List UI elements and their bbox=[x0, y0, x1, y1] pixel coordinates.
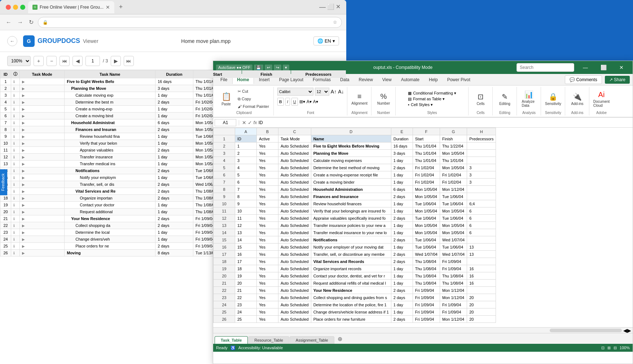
col-header-g[interactable]: G bbox=[440, 128, 467, 135]
cell-d[interactable]: Organize important records bbox=[311, 265, 391, 272]
cell-d[interactable]: Name bbox=[311, 135, 391, 142]
cell-h[interactable]: 20 bbox=[467, 308, 496, 316]
cell-e[interactable]: 2 days bbox=[391, 294, 413, 301]
cut-btn[interactable]: ✂ Cut bbox=[236, 88, 271, 95]
cell-b[interactable]: Yes bbox=[257, 179, 278, 186]
cell-a[interactable]: 15 bbox=[235, 244, 257, 251]
browser-close-btn[interactable] bbox=[6, 5, 11, 10]
cell-d[interactable]: Planning the Move bbox=[311, 150, 391, 157]
sheet-tab-task-table[interactable]: Task_Table bbox=[215, 336, 248, 344]
cell-a[interactable]: 19 bbox=[235, 272, 257, 280]
cell-a[interactable]: 18 bbox=[235, 265, 257, 272]
format-painter-btn[interactable]: 🖌 Format Painter bbox=[236, 103, 271, 110]
col-header-b[interactable]: B bbox=[257, 128, 278, 135]
cell-h[interactable]: 20 bbox=[467, 316, 496, 323]
cell-f[interactable]: Thu 1/08/04 bbox=[413, 280, 440, 287]
tab-help[interactable]: Help bbox=[425, 76, 442, 84]
cell-a[interactable]: 10 bbox=[235, 207, 257, 215]
cell-a[interactable]: 5 bbox=[235, 171, 257, 179]
table-row[interactable]: 17 16 Yes Auto Scheduled Transfer, sell,… bbox=[214, 251, 496, 258]
cell-h[interactable]: 13 bbox=[467, 244, 496, 251]
cell-g[interactable]: Mon 1/05/04 bbox=[440, 164, 467, 171]
cell-c[interactable]: Auto Scheduled bbox=[278, 150, 311, 157]
cell-b[interactable]: Yes bbox=[257, 251, 278, 258]
prev-page-btn[interactable]: ◀ bbox=[72, 56, 83, 66]
cell-a[interactable]: ID bbox=[235, 135, 257, 142]
table-row[interactable]: 23 22 Yes Auto Scheduled Collect shoppin… bbox=[214, 294, 496, 301]
cell-b[interactable]: Yes bbox=[257, 272, 278, 280]
cell-d[interactable]: Vital Services and Records bbox=[311, 258, 391, 265]
cell-c[interactable]: Auto Scheduled bbox=[278, 186, 311, 193]
cell-d[interactable]: Household Administration bbox=[311, 186, 391, 193]
cell-c[interactable]: Auto Scheduled bbox=[278, 280, 311, 287]
browser-close-icon[interactable]: ✕ bbox=[336, 3, 340, 11]
cell-e[interactable]: 1 day bbox=[391, 200, 413, 207]
back-to-files-btn[interactable]: ← bbox=[7, 36, 17, 46]
cell-e[interactable]: 2 days bbox=[391, 215, 413, 222]
cell-f[interactable]: Fri 1/09/04 bbox=[413, 287, 440, 294]
cell-g[interactable]: Mon 1/12/04 bbox=[440, 294, 467, 301]
cell-b[interactable]: Yes bbox=[257, 294, 278, 301]
cell-e[interactable]: 1 day bbox=[391, 272, 413, 280]
cell-e[interactable]: 1 day bbox=[391, 229, 413, 236]
table-row[interactable]: 1 ID Active Task Mode Name Duration Star… bbox=[214, 135, 496, 142]
cell-c[interactable]: Task Mode bbox=[278, 135, 311, 142]
feedback-tab[interactable]: Feedback bbox=[0, 169, 7, 195]
add-sheet-btn[interactable]: ⊕ bbox=[335, 334, 345, 344]
size-select[interactable]: 12 bbox=[315, 88, 329, 96]
cell-c[interactable]: Auto Scheduled bbox=[278, 171, 311, 179]
cell-g[interactable]: Mon 1/12/04 bbox=[440, 316, 467, 323]
cell-c[interactable]: Auto Scheduled bbox=[278, 207, 311, 215]
cell-e[interactable]: 1 day bbox=[391, 171, 413, 179]
browser-min-icon[interactable]: — bbox=[319, 3, 326, 11]
cell-e[interactable]: Duration bbox=[391, 135, 413, 142]
cell-c[interactable]: Auto Scheduled bbox=[278, 179, 311, 186]
cell-h[interactable]: 6 bbox=[467, 229, 496, 236]
cell-b[interactable]: Yes bbox=[257, 301, 278, 308]
cell-c[interactable]: Auto Scheduled bbox=[278, 301, 311, 308]
cell-c[interactable]: Auto Scheduled bbox=[278, 229, 311, 236]
cell-f[interactable]: Fri 1/02/04 bbox=[413, 164, 440, 171]
cell-a[interactable]: 1 bbox=[235, 142, 257, 150]
cell-d[interactable]: Review household finances bbox=[311, 200, 391, 207]
new-tab-btn[interactable]: + bbox=[116, 2, 126, 12]
save-btn[interactable]: 💾 bbox=[254, 65, 263, 71]
cell-b[interactable]: Yes bbox=[257, 258, 278, 265]
cell-f[interactable]: Thu 1/01/04 bbox=[413, 150, 440, 157]
cell-g[interactable]: Tue 1/06/04 bbox=[440, 193, 467, 200]
table-row[interactable]: 6 5 Yes Auto Scheduled Create a moving-e… bbox=[214, 171, 496, 179]
cell-c[interactable]: Auto Scheduled bbox=[278, 287, 311, 294]
decrease-font-btn[interactable]: A↓ bbox=[338, 89, 344, 95]
cell-g[interactable]: Thu 1/22/04 bbox=[440, 142, 467, 150]
cell-a[interactable]: 20 bbox=[235, 280, 257, 287]
cell-h[interactable]: 6 bbox=[467, 207, 496, 215]
cell-f[interactable]: Thu 1/08/04 bbox=[413, 272, 440, 280]
cell-g[interactable]: Mon 1/05/04 bbox=[440, 150, 467, 157]
col-header-a[interactable]: A bbox=[235, 128, 257, 135]
cell-f[interactable]: Fri 1/02/04 bbox=[413, 171, 440, 179]
cell-b[interactable]: Yes bbox=[257, 280, 278, 287]
cell-g[interactable]: Fri 1/09/04 bbox=[440, 265, 467, 272]
cell-c[interactable]: Auto Scheduled bbox=[278, 164, 311, 171]
cell-c[interactable]: Auto Scheduled bbox=[278, 200, 311, 207]
cell-b[interactable]: Yes bbox=[257, 215, 278, 222]
cell-h[interactable]: 3 bbox=[467, 179, 496, 186]
zoom-select[interactable]: 100% bbox=[7, 56, 31, 66]
tab-automate[interactable]: Automate bbox=[397, 76, 424, 84]
cell-b[interactable]: Yes bbox=[257, 171, 278, 179]
table-row[interactable]: 2 1 Yes Auto Scheduled Five to Eight Wee… bbox=[214, 142, 496, 150]
cell-c[interactable]: Auto Scheduled bbox=[278, 215, 311, 222]
cells-btn[interactable]: ⊡ Cells bbox=[472, 88, 489, 110]
redo-btn[interactable]: ↪ bbox=[274, 65, 281, 71]
cell-f[interactable]: Wed 1/07/04 bbox=[413, 251, 440, 258]
cell-a[interactable]: 17 bbox=[235, 258, 257, 265]
cell-f[interactable]: Mon 1/05/04 bbox=[413, 222, 440, 229]
cell-h[interactable] bbox=[467, 258, 496, 265]
font-color-btn[interactable]: A▾ bbox=[313, 99, 318, 104]
table-row[interactable]: 20 19 Yes Auto Scheduled Contact your do… bbox=[214, 272, 496, 280]
cell-d[interactable]: Request additional refills of vital medi… bbox=[311, 280, 391, 287]
comments-btn[interactable]: 💬 Comments bbox=[565, 75, 602, 84]
alignment-btn[interactable]: ≡ Alignment bbox=[351, 88, 368, 110]
cell-a[interactable]: 24 bbox=[235, 308, 257, 316]
col-header-e[interactable]: E bbox=[391, 128, 413, 135]
